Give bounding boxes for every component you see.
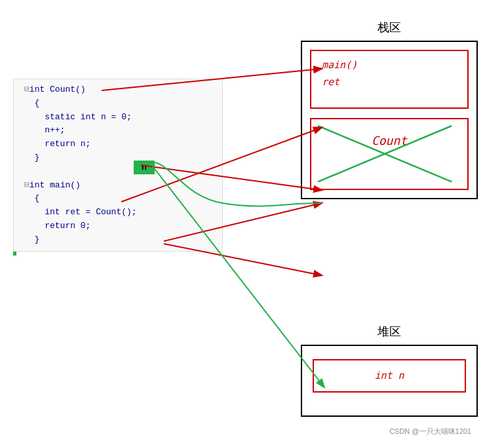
heap-outer-box: int n [301,345,478,417]
heap-area: 堆区 int n [301,324,478,417]
main-stack-box: main() ret [310,50,469,109]
stack-outer-box: main() ret Count [301,41,478,199]
n-variable-box: n [131,161,155,174]
n-label: n [134,161,155,174]
count-label: Count [322,134,457,147]
watermark: CSDN @一只大喵咪1201 [389,427,471,436]
count-stack-box: Count [310,118,469,190]
heap-inner-box: int n [313,359,466,393]
code-panel: ⊟int Count() { static int n = 0; n++; re… [13,79,223,252]
main-label: main() [322,59,457,71]
heap-title: 堆区 [301,324,478,339]
stack-title: 栈区 [301,20,478,35]
heap-int-n-label: int n [374,370,404,381]
code-text: ⊟int Count() { static int n = 0; n++; re… [14,79,222,251]
stack-area: 栈区 main() ret Count [301,20,478,199]
count-cross-svg [311,119,467,189]
ret-label: ret [322,76,457,88]
